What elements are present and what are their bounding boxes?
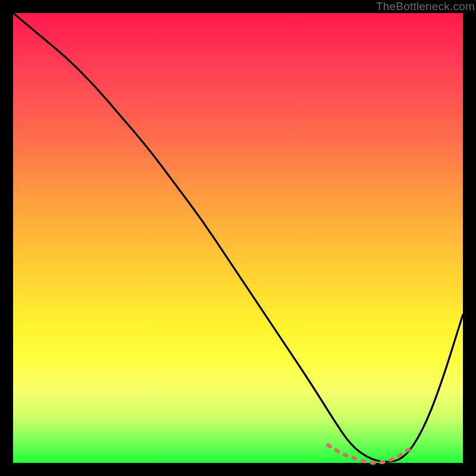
plot-area <box>13 13 463 463</box>
bottleneck-curve <box>13 13 463 462</box>
chart-frame <box>13 13 463 463</box>
watermark-text: TheBottleneck.com <box>376 0 475 13</box>
chart-svg <box>13 13 463 463</box>
